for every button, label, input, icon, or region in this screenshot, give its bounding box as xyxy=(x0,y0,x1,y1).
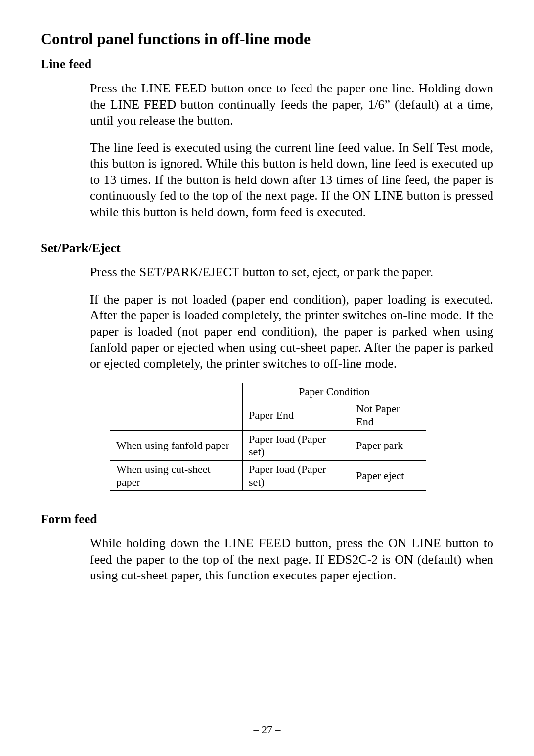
table-cell: Paper eject xyxy=(350,461,426,491)
table-row: When using fanfold paper Paper load (Pap… xyxy=(110,431,426,461)
table-cell: Paper load (Paper set) xyxy=(243,431,350,461)
line-feed-text1: Press the LINE FEED button once to feed … xyxy=(90,81,493,129)
set-park-eject-heading: Set/Park/Eject xyxy=(41,241,493,256)
form-feed-heading: Form feed xyxy=(41,512,493,527)
line-feed-para2: The line feed is executed using the curr… xyxy=(41,140,493,221)
set-park-eject-para1: Press the SET/PARK/EJECT button to set, … xyxy=(41,265,493,281)
table-col1-header: Paper End xyxy=(243,400,350,431)
table-header-group: Paper Condition xyxy=(243,383,426,400)
form-feed-para1: While holding down the LINE FEED button,… xyxy=(41,535,493,584)
line-feed-heading: Line feed xyxy=(41,57,493,72)
form-feed-text1: While holding down the LINE FEED button,… xyxy=(90,535,493,584)
table-cell: Paper load (Paper set) xyxy=(243,461,350,491)
table-corner-cell xyxy=(110,383,243,431)
line-feed-text2: The line feed is executed using the curr… xyxy=(90,140,493,221)
set-park-eject-text2: If the paper is not loaded (paper end co… xyxy=(90,292,493,372)
table-cell: Paper park xyxy=(350,431,426,461)
set-park-eject-text1: Press the SET/PARK/EJECT button to set, … xyxy=(90,265,493,281)
set-park-eject-para2: If the paper is not loaded (paper end co… xyxy=(41,292,493,372)
table-col2-header: Not Paper End xyxy=(350,400,426,431)
page-title: Control panel functions in off-line mode xyxy=(41,30,493,48)
paper-condition-table: Paper Condition Paper End Not Paper End … xyxy=(110,383,426,491)
table-row: When using cut-sheet paper Paper load (P… xyxy=(110,461,426,491)
line-feed-para1: Press the LINE FEED button once to feed … xyxy=(41,81,493,129)
table-row-label: When using fanfold paper xyxy=(110,431,243,461)
page-number: – 27 – xyxy=(0,723,534,736)
table-row-label: When using cut-sheet paper xyxy=(110,461,243,491)
table-header-row-group: Paper Condition xyxy=(110,383,426,400)
paper-condition-table-wrap: Paper Condition Paper End Not Paper End … xyxy=(41,383,493,491)
